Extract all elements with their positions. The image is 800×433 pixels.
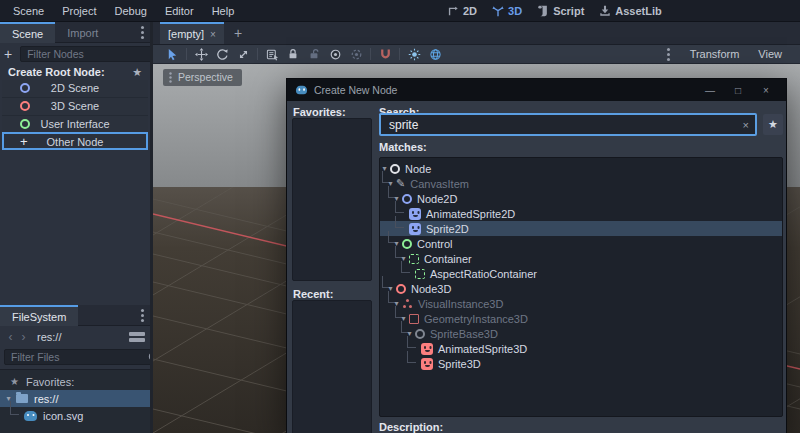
favorites-star-icon[interactable]: ★ — [132, 66, 142, 79]
dialog-titlebar[interactable]: Create New Node — □ × — [287, 79, 786, 101]
filesystem-tabbar: FileSystem — [0, 305, 150, 326]
add-node-button[interactable]: + — [4, 46, 12, 62]
tree-item-sprite2d[interactable]: Sprite2D — [380, 221, 782, 236]
menu-editor[interactable]: Editor — [158, 3, 201, 19]
transform-menu[interactable]: Transform — [684, 48, 746, 60]
viewport-toolbar: Transform View — [153, 45, 800, 64]
scene-dock-tabbar: Scene Import — [0, 22, 150, 43]
tab-import[interactable]: Import — [55, 22, 110, 43]
viewport-options-button[interactable] — [661, 53, 677, 56]
switch-2d-button[interactable]: 2D — [447, 5, 477, 17]
node-icon — [390, 164, 400, 174]
close-tab-icon[interactable]: × — [210, 29, 216, 40]
toggle-split-mode-button[interactable] — [129, 331, 145, 343]
recent-label: Recent: — [293, 288, 333, 300]
filesystem-menu-button[interactable] — [134, 305, 150, 325]
matches-label: Matches: — [379, 141, 427, 153]
scale-tool-button[interactable] — [236, 47, 250, 61]
root-option-3d-scene[interactable]: 3D Scene — [2, 97, 148, 115]
root-option-2d-scene[interactable]: 2D Scene — [2, 80, 148, 97]
preview-sunlight-toggle[interactable] — [407, 47, 421, 61]
tree-guide-line — [395, 216, 404, 228]
create-new-node-dialog: Create New Node — □ × Favorites: Recent:… — [286, 78, 787, 433]
godot-logo-icon — [296, 86, 307, 95]
switch-script-button[interactable]: Script — [537, 5, 584, 17]
tree-item-control[interactable]: ▾ Control — [380, 236, 782, 251]
group-selected-button[interactable] — [328, 47, 342, 61]
nav-forward-button[interactable]: › — [18, 330, 29, 344]
new-scene-tab-button[interactable]: + — [234, 25, 242, 41]
tree-item-animatedsprite2d[interactable]: AnimatedSprite2D — [380, 206, 782, 221]
dialog-title: Create New Node — [314, 84, 397, 96]
menu-debug[interactable]: Debug — [107, 3, 153, 19]
left-dock: Scene Import + Create Root Node: ★ 2D Sc… — [0, 22, 150, 433]
move-icon — [195, 48, 208, 61]
root-option-user-interface[interactable]: User Interface — [2, 115, 148, 133]
tree-item-canvasitem[interactable]: ▾ ✎ CanvasItem — [380, 176, 782, 191]
preview-environment-toggle[interactable] — [428, 47, 442, 61]
window-controls: — □ × — [704, 85, 778, 96]
plus-icon: + — [20, 137, 28, 147]
tree-item-geometryinstance3d[interactable]: ▾ GeometryInstance3D — [380, 311, 782, 326]
node-search-input[interactable] — [387, 117, 739, 133]
move-tool-button[interactable] — [194, 47, 208, 61]
clear-search-icon[interactable]: × — [743, 119, 749, 131]
scale-icon — [237, 48, 250, 61]
tab-filesystem[interactable]: FileSystem — [0, 305, 78, 326]
tree-item-sprite3d[interactable]: Sprite3D — [380, 356, 782, 371]
switch-3d-button[interactable]: 3D — [492, 5, 522, 17]
tree-item-icon-svg[interactable]: icon.svg — [0, 407, 150, 424]
toggle-favorite-button[interactable]: ★ — [763, 114, 783, 135]
main-menus: Scene Project Debug Editor Help — [0, 3, 241, 19]
list-select-button[interactable] — [265, 47, 279, 61]
scene-dock-toolbar: + — [0, 43, 150, 64]
favorites-list[interactable] — [292, 118, 372, 281]
tree-item-node[interactable]: ▾ Node — [380, 161, 782, 176]
star-icon: ★ — [10, 376, 19, 387]
tree-item-spritebase3d[interactable]: ▾ SpriteBase3D — [380, 326, 782, 341]
3d-icon — [492, 5, 504, 17]
tree-item-container[interactable]: ▾ Container — [380, 251, 782, 266]
ungroup-selected-button[interactable] — [349, 47, 363, 61]
nav-back-button[interactable]: ‹ — [5, 330, 16, 344]
favorites-section-label: ★ Favorites: — [0, 373, 150, 390]
scene-dock-menu-button[interactable] — [134, 22, 150, 42]
snap-toggle-button[interactable] — [378, 47, 392, 61]
minimize-button[interactable]: — — [704, 85, 716, 96]
tab-scene[interactable]: Scene — [0, 22, 55, 43]
filter-nodes-input[interactable] — [25, 47, 164, 61]
tree-item-animatedsprite3d[interactable]: AnimatedSprite3D — [380, 341, 782, 356]
filesystem-tree: ★ Favorites: ▾ res:// icon.svg — [0, 369, 150, 433]
current-path: res:// — [37, 331, 61, 343]
tree-item-res-root[interactable]: ▾ res:// — [0, 390, 150, 407]
ungroup-icon — [350, 48, 363, 61]
switch-assetlib-button[interactable]: AssetLib — [599, 5, 661, 17]
maximize-button[interactable]: □ — [732, 85, 744, 96]
menu-project[interactable]: Project — [55, 3, 103, 19]
lock-icon — [287, 48, 299, 60]
lock-selected-button[interactable] — [286, 47, 300, 61]
kebab-menu-icon — [667, 53, 670, 56]
rotate-tool-button[interactable] — [215, 47, 229, 61]
tree-item-aspectratiocontainer[interactable]: AspectRatioContainer — [380, 266, 782, 281]
kebab-menu-icon — [141, 314, 144, 317]
filter-files-input[interactable] — [9, 350, 148, 364]
menu-scene[interactable]: Scene — [6, 3, 51, 19]
tree-item-node3d[interactable]: ▾ Node3D — [380, 281, 782, 296]
scene-tab-empty[interactable]: [empty] × — [160, 22, 224, 44]
select-tool-button[interactable] — [165, 47, 179, 61]
node-search-field: × — [379, 113, 757, 136]
toolbar-separator — [399, 48, 400, 60]
aspectratiocontainer-icon — [415, 269, 425, 279]
menu-help[interactable]: Help — [205, 3, 242, 19]
view-menu[interactable]: View — [752, 48, 788, 60]
root-option-other-node[interactable]: + Other Node — [2, 132, 148, 150]
recent-list[interactable] — [292, 300, 372, 433]
unlock-selected-button[interactable] — [307, 47, 321, 61]
group-icon — [329, 48, 342, 61]
tree-item-node2d[interactable]: ▾ Node2D — [380, 191, 782, 206]
godot-editor-window: Scene Project Debug Editor Help 2D 3D Sc… — [0, 0, 800, 433]
close-button[interactable]: × — [760, 85, 772, 96]
tree-item-visualinstance3d[interactable]: ▾ VisualInstance3D — [380, 296, 782, 311]
perspective-menu-button[interactable]: Perspective — [163, 69, 242, 86]
